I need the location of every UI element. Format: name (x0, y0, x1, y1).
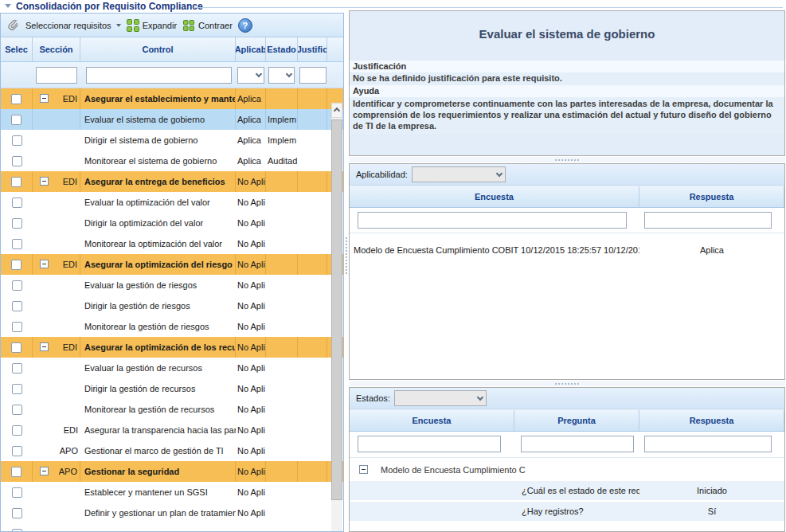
expand-button[interactable]: Expandir (127, 19, 177, 32)
table-row[interactable]: EDIAsegurar la transparencia hacia las p… (1, 420, 343, 440)
aplicab-cell: No Apli (236, 461, 266, 482)
row-checkbox[interactable] (12, 363, 22, 374)
collapse-expander-icon[interactable] (359, 465, 368, 474)
column-header-seccion[interactable]: Sección (33, 37, 80, 61)
row-checkbox[interactable] (12, 446, 22, 456)
help-icon[interactable]: ? (238, 18, 252, 33)
vertical-splitter-handle[interactable] (346, 237, 347, 274)
survey-group-row[interactable]: Modelo de Encuesta Cumplimiento C (350, 458, 784, 481)
collapse-panel-icon[interactable] (5, 4, 11, 8)
contract-button[interactable]: Contraer (182, 19, 233, 32)
horizontal-splitter[interactable] (349, 157, 785, 162)
row-checkbox[interactable] (12, 156, 22, 166)
table-row[interactable]: Dirigir la gestión de recursosNo Apli (1, 378, 343, 399)
table-row[interactable]: Monitorear el sistema de gobiernoAplicaA… (1, 151, 343, 171)
table-row[interactable]: EDIAsegurar la optimización de los recur… (1, 337, 343, 358)
column-header-estado[interactable]: Estado (266, 37, 298, 61)
justific-cell (298, 254, 327, 275)
table-row[interactable] (1, 523, 343, 531)
column-header-selec[interactable]: Selec (1, 37, 33, 61)
column-header-encuesta[interactable]: Encuesta (350, 186, 639, 207)
table-row[interactable]: Evaluar la gestión de recursosNo Apli (1, 358, 343, 378)
collapse-expander-icon[interactable] (40, 342, 49, 351)
aplicab-cell: No Apli (236, 316, 266, 337)
row-checkbox[interactable] (11, 342, 22, 353)
section-cell: EDI (33, 88, 80, 109)
column-header-respuesta[interactable]: Respuesta (639, 186, 784, 207)
encuesta-filter-input[interactable] (358, 436, 501, 452)
row-checkbox[interactable] (12, 425, 22, 436)
justific-filter-input[interactable] (299, 67, 327, 84)
table-row[interactable]: ¿Cuál es el estado de este requisito?Ini… (350, 481, 784, 500)
section-label: EDI (64, 425, 78, 435)
table-row[interactable]: EDIAsegurar el establecimiento y manteni… (1, 88, 343, 109)
collapse-expander-icon[interactable] (40, 260, 49, 268)
row-checkbox[interactable] (11, 260, 22, 270)
row-checkbox[interactable] (12, 405, 22, 415)
table-row[interactable]: Dirigir el sistema de gobiernoAplicaImpl… (1, 130, 343, 151)
survey-group-label: Modelo de Encuesta Cumplimiento C (381, 465, 526, 475)
estado-filter-select[interactable] (268, 67, 295, 84)
table-row[interactable]: Definir y gestionar un plan de tratamien… (1, 503, 343, 523)
paperclip-icon[interactable] (6, 18, 20, 32)
row-checkbox[interactable] (12, 301, 22, 311)
aplicab-filter-select[interactable] (237, 67, 264, 84)
row-checkbox[interactable] (12, 280, 22, 291)
control-cell: Evaluar la gestión de riesgos (80, 275, 236, 295)
estado-cell (266, 378, 298, 399)
row-checkbox[interactable] (12, 529, 22, 532)
row-checkbox[interactable] (12, 218, 22, 229)
pregunta-filter-input[interactable] (521, 436, 634, 452)
row-checkbox[interactable] (11, 467, 22, 477)
column-header-justific[interactable]: Justific (298, 37, 327, 61)
collapse-expander-icon[interactable] (40, 467, 49, 475)
collapse-expander-icon[interactable] (40, 177, 49, 186)
horizontal-splitter[interactable] (349, 381, 785, 386)
table-row[interactable]: EDIAsegurar la optimización del riesgoNo… (1, 254, 343, 275)
column-header-encuesta[interactable]: Encuesta (350, 410, 514, 431)
vertical-scrollbar[interactable] (331, 103, 342, 531)
scroll-up-button[interactable] (331, 103, 342, 118)
table-row[interactable]: Monitorear la gestión de riesgosNo Apli (1, 316, 343, 337)
row-checkbox[interactable] (11, 115, 22, 125)
table-row[interactable]: Modelo de Encuesta Cumplimiento COBIT 10… (350, 241, 784, 259)
row-checkbox[interactable] (12, 322, 22, 332)
table-row[interactable]: ¿Hay registros?Sí (350, 502, 784, 521)
table-row[interactable]: Dirigir la gestión de riesgosNo Apli (1, 295, 343, 316)
table-row[interactable]: Evaluar la gestión de riesgosNo Apli (1, 275, 343, 295)
collapse-expander-icon[interactable] (40, 94, 49, 103)
row-checkbox[interactable] (12, 508, 22, 518)
select-requirements-button[interactable]: Seleccionar requisitos (25, 21, 121, 30)
aplicabilidad-select[interactable] (412, 166, 506, 182)
row-checkbox[interactable] (12, 487, 22, 498)
scrollbar-thumb[interactable] (331, 119, 342, 500)
table-row[interactable]: Evaluar la optimización del valorNo Apli (1, 192, 343, 213)
table-row[interactable]: APOGestionar el marco de gestión de TINo… (1, 440, 343, 461)
seccion-filter-input[interactable] (36, 67, 77, 84)
column-header-control[interactable]: Control (80, 37, 236, 61)
row-checkbox[interactable] (11, 94, 22, 104)
row-checkbox[interactable] (12, 135, 22, 146)
splitter-handle (555, 159, 579, 161)
table-row[interactable]: APOGestionar la seguridadNo Apli (1, 461, 343, 482)
respuesta-filter-input[interactable] (644, 436, 772, 452)
column-header-aplicab[interactable]: Aplicab (236, 37, 266, 61)
row-checkbox[interactable] (11, 177, 22, 187)
row-checkbox[interactable] (12, 198, 22, 208)
estados-select[interactable] (394, 390, 487, 406)
control-cell: Gestionar el marco de gestión de TI (80, 440, 236, 461)
table-row[interactable]: Dirigir la optimización del valorNo Apli (1, 213, 343, 233)
justific-cell (298, 378, 327, 399)
table-row[interactable]: Monitorear la gestión de recursosNo Apli (1, 399, 343, 420)
table-row[interactable]: EDIAsegurar la entrega de beneficiosNo A… (1, 171, 343, 192)
encuesta-filter-input[interactable] (358, 212, 627, 229)
control-filter-input[interactable] (86, 67, 232, 84)
column-header-respuesta[interactable]: Respuesta (639, 410, 784, 431)
row-checkbox[interactable] (12, 384, 22, 394)
column-header-pregunta[interactable]: Pregunta (514, 410, 639, 431)
table-row[interactable]: Evaluar el sistema de gobiernoAplicaImpl… (1, 109, 343, 130)
table-row[interactable]: Monitorear la optimización del valorNo A… (1, 233, 343, 254)
respuesta-filter-input[interactable] (644, 212, 772, 229)
row-checkbox[interactable] (12, 239, 22, 249)
table-row[interactable]: Establecer y mantener un SGSINo Apli (1, 482, 343, 503)
